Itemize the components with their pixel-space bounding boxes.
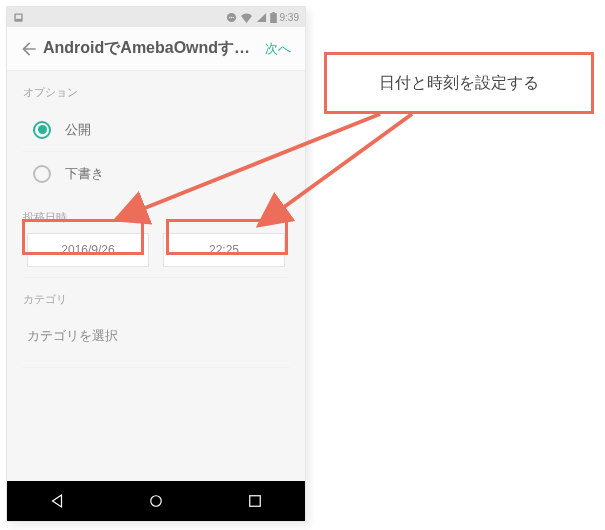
nav-recent-icon[interactable] — [246, 492, 264, 510]
callout-text: 日付と時刻を設定する — [379, 73, 539, 94]
chat-icon — [226, 12, 237, 23]
category-section: カテゴリ カテゴリを選択 — [7, 278, 305, 368]
page-title: AndroidでAmebaOwndする… — [43, 38, 259, 59]
svg-rect-6 — [270, 13, 277, 23]
svg-point-8 — [151, 496, 162, 507]
radio-checked-icon — [33, 121, 51, 139]
svg-point-5 — [232, 16, 233, 17]
svg-point-3 — [229, 16, 230, 17]
app-bar: AndroidでAmebaOwndする… 次へ — [7, 27, 305, 71]
radio-public-label: 公開 — [65, 121, 91, 139]
radio-draft-label: 下書き — [65, 165, 104, 183]
next-button[interactable]: 次へ — [259, 36, 297, 62]
annotation-callout: 日付と時刻を設定する — [324, 52, 594, 114]
battery-icon — [270, 12, 277, 23]
post-datetime-section: 投稿日時 2016/9/26 22:25 — [7, 196, 305, 278]
app-notification-icon — [13, 12, 24, 23]
options-label: オプション — [23, 85, 289, 100]
nav-back-icon[interactable] — [48, 492, 66, 510]
time-field[interactable]: 22:25 — [163, 233, 285, 267]
signal-icon — [256, 12, 267, 23]
date-field[interactable]: 2016/9/26 — [27, 233, 149, 267]
status-time: 9:39 — [280, 12, 299, 23]
wifi-icon — [240, 12, 253, 23]
svg-rect-1 — [16, 14, 22, 18]
phone-frame: 9:39 AndroidでAmebaOwndする… 次へ オプション 公開 下書… — [6, 6, 306, 522]
radio-unchecked-icon — [33, 165, 51, 183]
nav-home-icon[interactable] — [147, 492, 165, 510]
post-datetime-label: 投稿日時 — [23, 210, 289, 225]
android-status-bar: 9:39 — [7, 7, 305, 27]
datetime-row: 2016/9/26 22:25 — [23, 233, 289, 267]
category-label: カテゴリ — [23, 292, 289, 307]
radio-public[interactable]: 公開 — [23, 108, 289, 152]
back-button[interactable] — [15, 39, 43, 59]
svg-rect-7 — [272, 12, 274, 13]
svg-point-4 — [230, 16, 231, 17]
options-section: オプション 公開 下書き — [7, 71, 305, 196]
radio-draft[interactable]: 下書き — [23, 152, 289, 196]
svg-rect-9 — [250, 496, 261, 507]
divider — [23, 367, 289, 368]
android-nav-bar — [7, 481, 305, 521]
category-select[interactable]: カテゴリを選択 — [23, 315, 289, 357]
